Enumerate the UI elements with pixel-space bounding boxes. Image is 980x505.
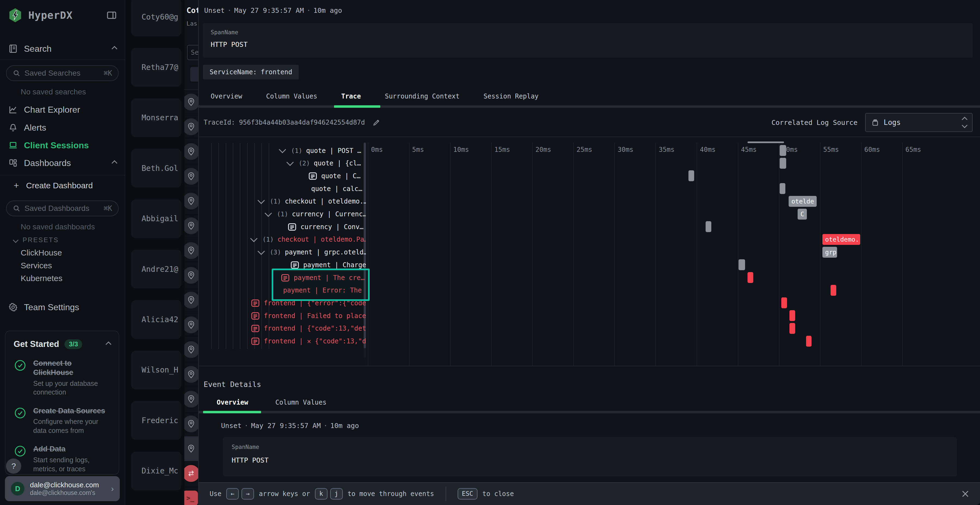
session-event-row[interactable]	[184, 214, 198, 238]
session-event-row[interactable]	[184, 362, 198, 387]
trace-tree-row[interactable]: (1)quote | POST …	[199, 144, 366, 157]
span-duration-bar[interactable]: C	[798, 209, 807, 219]
span-duration-bar[interactable]: oteldemo.	[822, 234, 860, 245]
session-button[interactable]	[190, 67, 198, 82]
tab-column-values[interactable]: Column Values	[254, 92, 329, 100]
sidebar-item-team-settings[interactable]: Team Settings	[0, 299, 125, 316]
get-started-item[interactable]: Add DataStart sending logs, metrics, or …	[14, 445, 111, 473]
user-menu[interactable]: D dale@clickhouse.com dale@clickhouse.co…	[5, 476, 120, 501]
help-button[interactable]: ?	[6, 459, 21, 474]
trace-tree-row[interactable]: quote | C…	[199, 170, 366, 182]
get-started-item[interactable]: Connect to ClickHouseSet up your databas…	[14, 359, 111, 397]
service-name-chip[interactable]: ServiceName: frontend	[203, 65, 299, 79]
span-duration-bar[interactable]	[830, 285, 836, 296]
preset-services[interactable]: Services	[21, 261, 52, 270]
session-list-item[interactable]: Frederic	[131, 401, 181, 440]
chevron-down-icon[interactable]	[250, 235, 258, 242]
session-event-row[interactable]	[184, 164, 198, 189]
session-event-row[interactable]	[184, 337, 198, 362]
span-duration-bar[interactable]: otelde	[789, 196, 817, 207]
session-event-row[interactable]	[184, 313, 198, 337]
session-event-row[interactable]	[184, 263, 198, 288]
log-source-select[interactable]: Logs	[865, 113, 973, 132]
preset-clickhouse[interactable]: ClickHouse	[21, 248, 62, 257]
create-dashboard-label: Create Dashboard	[26, 181, 93, 190]
span-duration-bar[interactable]	[780, 158, 786, 169]
chevron-up-icon[interactable]	[113, 47, 116, 51]
chevron-up-icon[interactable]	[113, 161, 116, 165]
edit-pencil-icon[interactable]	[372, 118, 381, 127]
span-duration-bar[interactable]	[738, 259, 745, 270]
chevron-down-icon[interactable]	[279, 146, 286, 153]
sidebar-item-chart-explorer[interactable]: Chart Explorer	[0, 101, 125, 118]
session-event-row[interactable]	[184, 461, 198, 486]
span-duration-bar[interactable]	[789, 323, 795, 334]
span-duration-bar[interactable]	[789, 310, 795, 321]
trace-tree-row[interactable]: (3)payment | grpc.oteld…	[199, 246, 366, 259]
sidebar-item-alerts[interactable]: Alerts	[0, 119, 125, 136]
session-event-row[interactable]	[184, 412, 198, 437]
session-event-row[interactable]	[184, 90, 198, 114]
session-list-item[interactable]: Dixie_Mc	[131, 452, 181, 490]
tab-trace[interactable]: Trace	[329, 92, 373, 100]
span-duration-bar[interactable]: grp	[822, 247, 837, 258]
get-started-item[interactable]: Create Data SourcesConfigure where your …	[14, 407, 111, 435]
create-dashboard-button[interactable]: + Create Dashboard	[14, 180, 93, 191]
trace-tree-row[interactable]: currency | Conv…	[199, 221, 366, 233]
close-icon[interactable]	[960, 488, 971, 499]
chevron-down-icon[interactable]	[265, 210, 272, 217]
chevron-down-icon[interactable]	[258, 197, 265, 204]
session-event-row[interactable]	[184, 139, 198, 164]
trace-tree-row[interactable]: (2)quote | {cl…	[199, 157, 366, 170]
timeline-scroll-indicator[interactable]	[748, 141, 784, 143]
tab-session-replay[interactable]: Session Replay	[471, 92, 550, 100]
trace-tree-row[interactable]: frontend | Failed to place…	[199, 310, 366, 322]
chevron-down-icon[interactable]	[286, 159, 294, 166]
sidebar-item-client-sessions[interactable]: Client Sessions	[0, 137, 125, 154]
trace-tree-row[interactable]: (1)currency | Currenc…	[199, 208, 366, 221]
sidebar-item-dashboards[interactable]: Dashboards	[0, 154, 125, 172]
sidebar-item-search[interactable]: Search	[0, 40, 125, 57]
saved-dashboards-input[interactable]: Saved Dashboards ⌘K	[6, 200, 119, 216]
session-list-item[interactable]: Alicia42	[131, 300, 181, 339]
child-count: (1)	[277, 211, 288, 218]
session-event-row[interactable]	[184, 288, 198, 313]
session-list-item[interactable]: Wilson_H	[131, 351, 181, 389]
span-duration-bar[interactable]	[689, 170, 694, 181]
span-duration-bar[interactable]	[781, 297, 787, 308]
session-event-row[interactable]	[184, 437, 198, 461]
active-tab-indicator	[203, 411, 261, 413]
tab-surrounding-context[interactable]: Surrounding Context	[373, 92, 472, 100]
collapse-sidebar-icon[interactable]	[106, 10, 117, 21]
tab-overview[interactable]: Overview	[199, 92, 254, 100]
session-list-item[interactable]: Retha77@	[131, 48, 181, 87]
session-event-row[interactable]	[184, 238, 198, 263]
session-list-item[interactable]: Andre21@	[131, 250, 181, 288]
presets-toggle[interactable]: PRESETS	[14, 236, 59, 244]
trace-tree-row[interactable]: (1)checkout | oteldemo.Pa…	[199, 233, 366, 246]
chevron-down-icon[interactable]	[258, 248, 265, 255]
chevron-up-icon[interactable]	[107, 342, 111, 346]
session-event-row[interactable]	[184, 114, 198, 139]
span-duration-bar[interactable]	[780, 183, 785, 194]
session-list-item[interactable]: Beth.Gol	[131, 149, 181, 187]
span-duration-bar[interactable]	[806, 336, 811, 347]
trace-tree-row[interactable]: (1)checkout | oteldemo.…	[199, 195, 366, 208]
preset-kubernetes[interactable]: Kubernetes	[21, 274, 62, 283]
evd-tab-overview[interactable]: Overview	[203, 399, 262, 406]
evd-tab-column-values[interactable]: Column Values	[262, 399, 340, 406]
span-duration-bar[interactable]	[748, 272, 753, 283]
session-search-input[interactable]: Se	[187, 45, 198, 60]
trace-tree-row[interactable]: frontend | ✕ {"code":13,"d…	[199, 335, 366, 348]
trace-tree-row[interactable]: frontend | {"code":13,"det…	[199, 322, 366, 335]
span-duration-bar[interactable]	[780, 145, 786, 156]
trace-tree-row[interactable]: quote | calc…	[199, 182, 366, 195]
session-list-item[interactable]: Monserra	[131, 98, 181, 137]
session-list-item[interactable]: Coty60@g	[131, 0, 181, 36]
session-list-item[interactable]: Abbigail	[131, 199, 181, 238]
session-event-row[interactable]	[184, 387, 198, 412]
span-duration-bar[interactable]	[706, 221, 711, 232]
session-event-row[interactable]: >_	[184, 486, 198, 505]
session-event-row[interactable]	[184, 189, 198, 214]
saved-searches-input[interactable]: Saved Searches ⌘K	[6, 65, 119, 81]
